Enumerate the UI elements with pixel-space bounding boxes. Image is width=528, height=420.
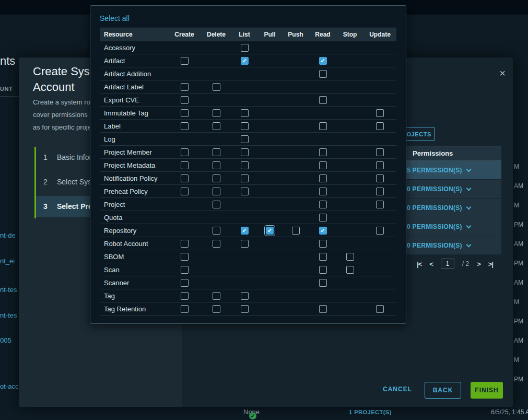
action-cell — [309, 146, 336, 158]
create-checkbox[interactable] — [181, 188, 189, 195]
read-checkbox[interactable] — [319, 214, 327, 221]
list-checkbox[interactable] — [241, 109, 249, 117]
background-robot-name-link[interactable]: nt-tes — [0, 286, 19, 294]
list-checkbox[interactable] — [241, 122, 249, 130]
update-checkbox[interactable] — [376, 174, 384, 182]
background-robot-name-link[interactable]: nt_ei — [0, 257, 19, 265]
close-icon[interactable]: × — [499, 68, 506, 78]
update-checkbox[interactable] — [376, 161, 384, 169]
list-checkbox[interactable] — [241, 44, 249, 52]
create-checkbox[interactable] — [181, 292, 189, 300]
background-projects-link[interactable]: 1 PROJECT(S) — [349, 409, 392, 415]
push-checkbox[interactable] — [292, 227, 300, 235]
delete-checkbox[interactable] — [213, 83, 220, 91]
list-checkbox[interactable] — [241, 227, 249, 235]
delete-checkbox[interactable] — [213, 240, 220, 248]
page-number-input[interactable]: 1 — [441, 259, 454, 269]
list-checkbox[interactable] — [241, 174, 249, 182]
chevron-down-icon — [466, 204, 471, 209]
update-checkbox[interactable] — [376, 201, 384, 208]
read-checkbox[interactable] — [319, 279, 327, 287]
resource-name: Project — [100, 198, 168, 211]
pull-checkbox[interactable] — [266, 227, 274, 235]
create-checkbox[interactable] — [181, 109, 189, 117]
create-checkbox[interactable] — [181, 96, 189, 104]
delete-checkbox[interactable] — [213, 188, 220, 195]
permission-row: Artifact Label — [100, 80, 396, 94]
delete-checkbox[interactable] — [213, 161, 220, 169]
update-checkbox[interactable] — [376, 109, 384, 117]
read-checkbox[interactable] — [319, 305, 327, 313]
first-page-icon[interactable]: |< — [417, 260, 421, 268]
read-checkbox[interactable] — [319, 227, 327, 235]
permission-count-label: 0 PERMISSION(S) — [407, 185, 462, 193]
action-cell — [336, 172, 363, 184]
background-robot-name-link[interactable]: 005 — [0, 336, 19, 344]
list-checkbox[interactable] — [241, 161, 249, 169]
select-all-link[interactable]: Select all — [100, 14, 130, 22]
update-checkbox[interactable] — [376, 188, 384, 195]
create-checkbox[interactable] — [181, 266, 189, 274]
back-button[interactable]: BACK — [425, 382, 461, 399]
read-checkbox[interactable] — [319, 188, 327, 195]
last-page-icon[interactable]: >| — [488, 260, 493, 268]
delete-checkbox[interactable] — [213, 109, 220, 117]
list-checkbox[interactable] — [241, 188, 249, 195]
delete-checkbox[interactable] — [213, 292, 220, 300]
action-cell — [309, 211, 336, 224]
stop-checkbox[interactable] — [346, 266, 354, 274]
read-checkbox[interactable] — [319, 174, 327, 182]
create-checkbox[interactable] — [181, 148, 189, 156]
delete-checkbox[interactable] — [213, 227, 220, 235]
update-checkbox[interactable] — [376, 148, 384, 156]
read-checkbox[interactable] — [319, 240, 327, 248]
create-checkbox[interactable] — [181, 122, 189, 130]
action-cell — [231, 263, 257, 276]
update-checkbox[interactable] — [376, 227, 384, 235]
action-cell — [309, 302, 336, 315]
list-checkbox[interactable] — [241, 148, 249, 156]
permission-row: Tag Retention — [100, 302, 396, 316]
delete-checkbox[interactable] — [213, 305, 220, 313]
finish-button[interactable]: FINISH — [471, 382, 503, 399]
create-checkbox[interactable] — [181, 240, 189, 248]
prev-page-icon[interactable]: < — [429, 260, 433, 268]
background-robot-name-link[interactable]: ot-acc — [0, 382, 19, 390]
update-checkbox[interactable] — [376, 305, 384, 313]
read-checkbox[interactable] — [319, 161, 327, 169]
delete-checkbox[interactable] — [213, 201, 220, 208]
delete-checkbox[interactable] — [213, 174, 220, 182]
action-cell — [309, 224, 336, 237]
create-checkbox[interactable] — [181, 253, 189, 261]
read-checkbox[interactable] — [319, 148, 327, 156]
read-checkbox[interactable] — [319, 96, 327, 104]
step-number: 1 — [43, 153, 49, 161]
stop-checkbox[interactable] — [346, 253, 354, 261]
background-robot-name-link[interactable]: nt-de — [0, 231, 19, 239]
create-checkbox[interactable] — [181, 161, 189, 169]
next-page-icon[interactable]: > — [477, 260, 480, 268]
list-checkbox[interactable] — [241, 305, 249, 313]
delete-checkbox[interactable] — [213, 122, 220, 130]
action-cell — [257, 224, 282, 237]
create-checkbox[interactable] — [181, 57, 189, 65]
read-checkbox[interactable] — [319, 253, 327, 261]
list-checkbox[interactable] — [241, 292, 249, 300]
read-checkbox[interactable] — [319, 122, 327, 130]
cancel-button[interactable]: CANCEL — [383, 386, 412, 393]
list-checkbox[interactable] — [241, 135, 249, 143]
background-robot-name-link[interactable]: nt-tes — [0, 311, 19, 319]
list-checkbox[interactable] — [241, 57, 249, 65]
create-checkbox[interactable] — [181, 279, 189, 287]
create-checkbox[interactable] — [181, 83, 189, 91]
delete-checkbox[interactable] — [213, 148, 220, 156]
read-checkbox[interactable] — [319, 266, 327, 274]
resource-name: Scanner — [100, 276, 168, 289]
list-checkbox[interactable] — [241, 240, 249, 248]
read-checkbox[interactable] — [319, 70, 327, 78]
create-checkbox[interactable] — [181, 305, 189, 313]
read-checkbox[interactable] — [319, 57, 327, 65]
read-checkbox[interactable] — [319, 201, 327, 208]
update-checkbox[interactable] — [376, 122, 384, 130]
create-checkbox[interactable] — [181, 174, 189, 182]
